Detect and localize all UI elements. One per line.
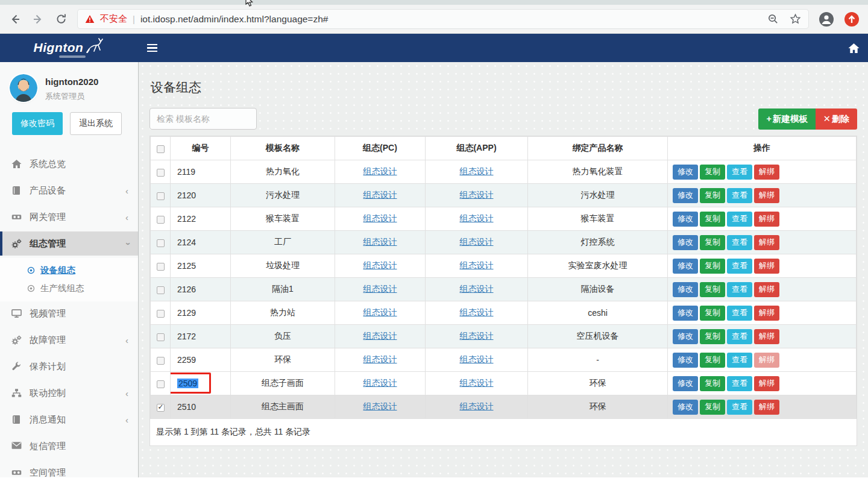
view-action-button[interactable]: 查看: [727, 282, 752, 297]
sidebar-item-产品设备[interactable]: 产品设备 ‹: [0, 178, 138, 203]
bookmark-star-icon[interactable]: [790, 13, 801, 25]
edit-action-button[interactable]: 修改: [673, 329, 698, 344]
view-action-button[interactable]: 查看: [727, 212, 752, 227]
browser-update-icon[interactable]: [844, 11, 860, 27]
row-checkbox[interactable]: [157, 380, 165, 388]
row-checkbox[interactable]: [157, 216, 165, 224]
row-checkbox[interactable]: [157, 286, 165, 294]
pc-config-link[interactable]: 组态设计: [363, 354, 397, 364]
sidebar-item-视频管理[interactable]: 视频管理: [0, 301, 138, 325]
unbind-action-button[interactable]: 解绑: [754, 235, 779, 250]
copy-action-button[interactable]: 复制: [700, 329, 725, 344]
app-config-link[interactable]: 组态设计: [460, 307, 494, 317]
search-input[interactable]: [149, 108, 257, 130]
view-action-button[interactable]: 查看: [727, 329, 752, 344]
edit-action-button[interactable]: 修改: [673, 353, 698, 368]
unbind-action-button[interactable]: 解绑: [754, 282, 779, 297]
new-template-button[interactable]: +新建模板: [758, 108, 815, 130]
edit-action-button[interactable]: 修改: [673, 282, 698, 297]
sidebar-item-短信管理[interactable]: 短信管理: [0, 434, 138, 458]
app-config-link[interactable]: 组态设计: [460, 237, 494, 247]
reload-icon[interactable]: [54, 13, 68, 26]
delete-button[interactable]: ✕删除: [816, 108, 857, 130]
unbind-action-button[interactable]: 解绑: [754, 400, 779, 415]
edit-action-button[interactable]: 修改: [673, 165, 698, 180]
view-action-button[interactable]: 查看: [727, 376, 752, 391]
view-action-button[interactable]: 查看: [727, 400, 752, 415]
app-config-link[interactable]: 组态设计: [460, 354, 494, 364]
sidebar-item-空间管理[interactable]: 空间管理: [0, 461, 138, 478]
sidebar-subitem-生产线组态[interactable]: 生产线组态: [0, 279, 138, 297]
brand-logo[interactable]: Hignton: [0, 34, 139, 62]
pc-config-link[interactable]: 组态设计: [363, 190, 397, 200]
sidebar-subitem-设备组态[interactable]: 设备组态: [0, 261, 138, 279]
copy-action-button[interactable]: 复制: [700, 376, 725, 391]
pc-config-link[interactable]: 组态设计: [363, 307, 397, 317]
row-checkbox[interactable]: [157, 310, 165, 318]
zoom-out-icon[interactable]: [767, 13, 779, 25]
row-checkbox[interactable]: [157, 239, 165, 247]
edit-action-button[interactable]: 修改: [673, 212, 698, 227]
edit-action-button[interactable]: 修改: [673, 400, 698, 415]
pc-config-link[interactable]: 组态设计: [363, 237, 397, 247]
app-config-link[interactable]: 组态设计: [460, 190, 494, 200]
pc-config-link[interactable]: 组态设计: [363, 213, 397, 223]
security-warning-label[interactable]: 不安全: [100, 13, 127, 25]
edit-action-button[interactable]: 修改: [673, 376, 698, 391]
row-checkbox[interactable]: [157, 333, 165, 341]
app-config-link[interactable]: 组态设计: [460, 213, 494, 223]
sidebar-item-网关管理[interactable]: 网关管理 ‹: [0, 205, 138, 229]
forward-icon[interactable]: [31, 13, 45, 26]
unbind-action-button[interactable]: 解绑: [754, 165, 779, 180]
edit-action-button[interactable]: 修改: [673, 306, 698, 321]
pc-config-link[interactable]: 组态设计: [363, 401, 397, 411]
unbind-action-button[interactable]: 解绑: [754, 376, 779, 391]
view-action-button[interactable]: 查看: [727, 188, 752, 203]
browser-profile-avatar[interactable]: [819, 11, 834, 27]
app-config-link[interactable]: 组态设计: [460, 331, 494, 341]
address-bar[interactable]: 不安全 | iot.idosp.net/admin/index.html?lan…: [77, 9, 809, 29]
edit-action-button[interactable]: 修改: [673, 235, 698, 250]
unbind-action-button[interactable]: 解绑: [754, 353, 779, 368]
pc-config-link[interactable]: 组态设计: [363, 378, 397, 388]
change-password-button[interactable]: 修改密码: [12, 112, 63, 135]
unbind-action-button[interactable]: 解绑: [754, 306, 779, 321]
user-avatar[interactable]: [10, 74, 37, 102]
app-config-link[interactable]: 组态设计: [460, 284, 494, 294]
pc-config-link[interactable]: 组态设计: [363, 260, 397, 270]
warning-triangle-icon[interactable]: [85, 14, 95, 24]
pc-config-link[interactable]: 组态设计: [363, 166, 397, 176]
copy-action-button[interactable]: 复制: [700, 212, 725, 227]
view-action-button[interactable]: 查看: [727, 259, 752, 274]
row-checkbox[interactable]: [157, 192, 165, 200]
copy-action-button[interactable]: 复制: [700, 306, 725, 321]
copy-action-button[interactable]: 复制: [700, 165, 725, 180]
row-checkbox[interactable]: [157, 404, 165, 412]
copy-action-button[interactable]: 复制: [700, 188, 725, 203]
row-checkbox[interactable]: [157, 357, 165, 365]
pc-config-link[interactable]: 组态设计: [363, 284, 397, 294]
copy-action-button[interactable]: 复制: [700, 235, 725, 250]
sidebar-item-联动控制[interactable]: 联动控制 ‹: [0, 381, 138, 405]
sidebar-item-组态管理[interactable]: 组态管理 ‹: [0, 231, 138, 256]
unbind-action-button[interactable]: 解绑: [754, 188, 779, 203]
unbind-action-button[interactable]: 解绑: [754, 259, 779, 274]
row-checkbox[interactable]: [157, 263, 165, 271]
sidebar-item-保养计划[interactable]: 保养计划: [0, 354, 138, 379]
sidebar-item-系统总览[interactable]: 系统总览: [0, 152, 138, 176]
sidebar-item-消息通知[interactable]: 消息通知 ‹: [0, 407, 138, 432]
app-config-link[interactable]: 组态设计: [460, 378, 494, 388]
copy-action-button[interactable]: 复制: [700, 353, 725, 368]
copy-action-button[interactable]: 复制: [700, 282, 725, 297]
edit-action-button[interactable]: 修改: [673, 188, 698, 203]
app-config-link[interactable]: 组态设计: [460, 401, 494, 411]
app-config-link[interactable]: 组态设计: [460, 260, 494, 270]
url-text[interactable]: iot.idosp.net/admin/index.html?language=…: [140, 14, 762, 25]
view-action-button[interactable]: 查看: [727, 165, 752, 180]
select-all-checkbox[interactable]: [157, 145, 165, 153]
row-checkbox[interactable]: [157, 169, 165, 177]
copy-action-button[interactable]: 复制: [700, 259, 725, 274]
view-action-button[interactable]: 查看: [727, 353, 752, 368]
view-action-button[interactable]: 查看: [727, 306, 752, 321]
sidebar-toggle-icon[interactable]: [147, 40, 163, 56]
